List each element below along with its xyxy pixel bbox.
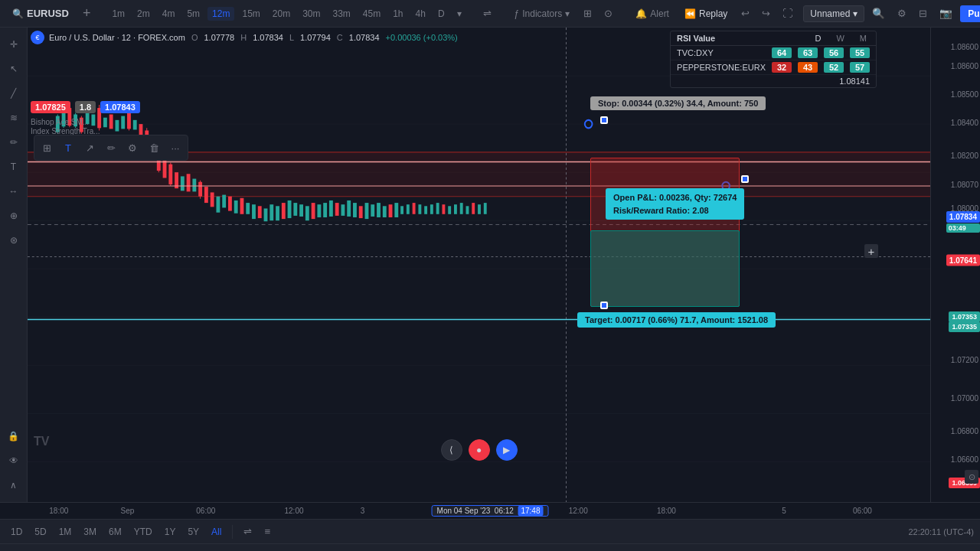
cursor-tool[interactable]: ↖ <box>3 58 24 80</box>
ft-vline[interactable]: | <box>718 546 738 552</box>
tf-1h[interactable]: 1h <box>388 7 407 21</box>
ft-measure[interactable]: ↔ <box>911 546 931 552</box>
drag-handle-target[interactable] <box>600 302 608 309</box>
log-scale-button[interactable]: ≡ <box>260 523 275 540</box>
datetime-display: 22:20:11 (UTC-4) <box>908 527 974 536</box>
delete-draw-tool[interactable]: 🗑 <box>144 138 164 158</box>
snapshot-button[interactable]: 📷 <box>935 5 957 21</box>
alert-button[interactable]: 🔔 Alert <box>629 6 675 21</box>
playback-play[interactable]: ▶ <box>496 439 518 461</box>
tf-1m[interactable]: 1m <box>107 7 129 21</box>
price-1.084: 1.08400 <box>951 119 978 127</box>
redo-button[interactable]: ↪ <box>757 5 775 21</box>
crosshair-tool[interactable]: ✛ <box>3 34 24 55</box>
toggle-lock[interactable]: 🔒 <box>3 425 24 447</box>
magnet-tool[interactable]: ⊛ <box>3 230 24 251</box>
tf-45m[interactable]: 45m <box>358 7 385 21</box>
drag-handle-entry[interactable] <box>741 175 749 183</box>
ft-rect[interactable]: □ <box>825 546 845 552</box>
ft-zoom[interactable]: ⊕ <box>933 546 952 552</box>
chart-area[interactable]: € Euro / U.S. Dollar · 12 · FOREX.com O … <box>28 28 930 502</box>
ft-trend[interactable]: ╱ <box>782 546 802 552</box>
strategy-tester-button[interactable]: Strategy Tester <box>155 549 232 552</box>
measure-tool[interactable]: ↔ <box>3 181 24 202</box>
rsi-tf-w[interactable]: W <box>833 33 847 44</box>
period-3m[interactable]: 3M <box>79 525 101 539</box>
stop-price-badge: 1.07641 <box>946 254 980 266</box>
ft-cross[interactable]: + <box>740 546 760 552</box>
templates-button[interactable]: ⊞ <box>579 5 596 21</box>
tf-4h[interactable]: 4h <box>411 7 430 21</box>
period-6m[interactable]: 6M <box>104 525 126 539</box>
select-draw-tool[interactable]: ⊞ <box>37 138 57 158</box>
ft-brush[interactable]: ✏ <box>847 546 867 552</box>
ft-hline[interactable]: ≡ <box>697 546 717 552</box>
pencil-draw-tool[interactable]: ✏ <box>101 138 121 158</box>
fibonacci-tool[interactable]: ≋ <box>3 107 24 129</box>
ft-text[interactable]: T <box>868 546 888 552</box>
add-price-level[interactable]: + <box>864 244 878 258</box>
drawing-tool[interactable]: ╱ <box>3 83 24 104</box>
publish-button[interactable]: Publish <box>960 5 980 22</box>
settings-draw-tool[interactable]: ⚙ <box>122 138 142 158</box>
ft-line[interactable]: — <box>675 546 695 552</box>
rsi-tf-d[interactable]: D <box>812 33 824 44</box>
period-5d[interactable]: 5D <box>30 525 51 539</box>
tf-12m[interactable]: 12m <box>207 7 234 21</box>
period-1d[interactable]: 1D <box>6 525 27 539</box>
trade-button[interactable]: Trade <box>317 549 356 552</box>
svg-rect-67 <box>299 204 303 217</box>
tf-4m[interactable]: 4m <box>158 7 180 21</box>
ft-more[interactable]: ⋯ <box>954 546 974 552</box>
text-tool[interactable]: T <box>3 156 24 178</box>
svg-rect-80 <box>377 203 381 217</box>
period-5y[interactable]: 5Y <box>183 525 204 539</box>
paper-trading-button[interactable]: Paper Trading <box>234 549 315 552</box>
layout-button[interactable]: ⊟ <box>914 5 932 21</box>
ft-fib[interactable]: ≋ <box>804 546 824 552</box>
rsi-tf-m[interactable]: M <box>857 33 870 44</box>
compare-button[interactable]: ⇌ <box>479 5 496 21</box>
period-1m[interactable]: 1M <box>54 525 77 539</box>
tf-d[interactable]: D <box>433 7 449 21</box>
undo-button[interactable]: ↩ <box>737 5 754 21</box>
tf-33m[interactable]: 33m <box>328 7 354 21</box>
time-expand-button[interactable]: ⊙ <box>965 470 978 484</box>
zoom-tool[interactable]: ⊕ <box>3 205 24 227</box>
period-all[interactable]: All <box>207 525 226 539</box>
drag-handle-stop[interactable] <box>600 116 608 124</box>
playback-step-back[interactable]: ⟨ <box>441 439 462 461</box>
collapse-button[interactable]: ∧ <box>3 474 24 496</box>
indicator-label-1: Bishop Ace SM... <box>31 118 89 126</box>
svg-rect-59 <box>252 204 256 219</box>
tf-5m[interactable]: 5m <box>182 7 204 21</box>
stock-screener-button[interactable]: Stock Screener ▾ <box>6 549 92 552</box>
period-ytd[interactable]: YTD <box>129 525 157 539</box>
symbol-search[interactable]: 🔍 EURUSD <box>6 5 75 22</box>
bar-style-button[interactable]: ⊙ <box>599 5 617 21</box>
tf-30m[interactable]: 30m <box>298 7 325 21</box>
arrow-draw-tool[interactable]: ↗ <box>80 138 100 158</box>
add-symbol-button[interactable]: + <box>78 4 96 23</box>
ft-arrow[interactable]: ↗ <box>761 546 781 552</box>
tf-dropdown[interactable]: ▾ <box>452 7 466 21</box>
compare-period-button[interactable]: ⇌ <box>239 523 256 540</box>
brush-tool[interactable]: ✏ <box>3 132 24 153</box>
replay-button[interactable]: ⏪ Replay <box>678 6 733 21</box>
more-draw-options[interactable]: ··· <box>165 138 185 158</box>
period-1y[interactable]: 1Y <box>160 525 181 539</box>
pine-editor-button[interactable]: Pine Editor <box>93 549 154 552</box>
svg-rect-64 <box>282 203 286 219</box>
tf-20m[interactable]: 20m <box>268 7 295 21</box>
text-draw-tool[interactable]: T <box>58 138 78 158</box>
settings-button[interactable]: ⚙ <box>893 5 911 21</box>
show-hide-drawings[interactable]: 👁 <box>3 450 24 471</box>
tf-15m[interactable]: 15m <box>237 7 264 21</box>
unnamed-strategy-button[interactable]: Unnamed ▾ <box>803 5 864 22</box>
search-chart-button[interactable]: 🔍 <box>867 5 890 21</box>
indicators-button[interactable]: ƒ Indicators ▾ <box>508 6 577 21</box>
tf-2m[interactable]: 2m <box>132 7 155 21</box>
ft-note[interactable]: 📝 <box>890 546 910 552</box>
fullscreen-button[interactable]: ⛶ <box>778 5 797 21</box>
playback-stop[interactable]: ● <box>469 439 490 461</box>
